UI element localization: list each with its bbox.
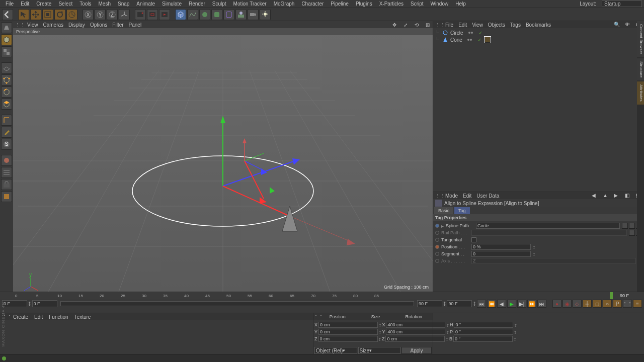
viewport-nav1-icon[interactable]: ✥	[391, 22, 397, 28]
rail-path-field[interactable]	[471, 230, 627, 236]
attr-new-icon[interactable]: ◧	[625, 193, 631, 199]
menu-motiontracker[interactable]: Motion Tracker	[230, 1, 270, 7]
goto-end-button[interactable]: ⏭	[537, 300, 546, 308]
generator-button[interactable]	[199, 9, 210, 20]
point-level-button[interactable]: ⋮⋮	[623, 300, 632, 308]
link-target-icon[interactable]	[622, 223, 628, 229]
modeling-generator-button[interactable]	[211, 9, 222, 20]
tree-expander-icon[interactable]: └	[435, 30, 440, 36]
tree-expander-icon[interactable]: └	[435, 37, 440, 43]
viewport-grip-icon[interactable]: ⋮⋮	[15, 22, 22, 28]
viewport-menu-panel[interactable]: Panel	[129, 22, 142, 28]
goto-start-button[interactable]: ⏮	[477, 300, 486, 308]
pos-x-field[interactable]	[318, 322, 378, 328]
model-mode-button[interactable]	[1, 34, 12, 45]
visibility-dots[interactable]	[468, 30, 475, 35]
menu-mesh[interactable]: Mesh	[95, 1, 114, 7]
viewport-menu-view[interactable]: View	[27, 22, 38, 28]
obj-menu-objects[interactable]: Objects	[488, 22, 505, 28]
apply-button[interactable]: Apply	[401, 347, 432, 354]
param-bullet-icon[interactable]	[435, 238, 439, 242]
time-ruler[interactable]: 0 5 10 15 20 25 30 35 40 45 50 55 60 65 …	[0, 292, 644, 299]
viewport-menu-options[interactable]: Options	[90, 22, 107, 28]
scale-key-button[interactable]: ◻	[593, 300, 602, 308]
menu-snap[interactable]: Snap	[114, 1, 133, 7]
render-region-button[interactable]	[147, 9, 158, 20]
menu-tools[interactable]: Tools	[76, 1, 95, 7]
attr-menu-mode[interactable]: Mode	[445, 193, 458, 199]
spline-path-field[interactable]	[476, 223, 620, 229]
param-bullet-icon[interactable]	[435, 224, 439, 228]
link-arrow-icon[interactable]: ▸	[441, 223, 444, 229]
obj-menu-bookmarks[interactable]: Bookmarks	[526, 22, 551, 28]
param-bullet-icon[interactable]	[435, 252, 439, 256]
time-marker[interactable]	[610, 292, 613, 299]
deformer-button[interactable]	[223, 9, 234, 20]
mat-menu-create[interactable]: Create	[13, 314, 28, 320]
menu-character[interactable]: Character	[298, 1, 327, 7]
render-pv-button[interactable]	[159, 9, 170, 20]
live-select-tool[interactable]	[18, 9, 29, 20]
axis-y-toggle[interactable]: Y	[95, 9, 106, 20]
snap-toggle-button[interactable]: S	[1, 139, 12, 150]
side-tab-content[interactable]: Content Browser	[637, 21, 644, 57]
viewport-nav3-icon[interactable]: ⟲	[414, 22, 420, 28]
end-frame-field[interactable]	[447, 300, 472, 307]
attr-menu-edit[interactable]: Edit	[463, 193, 471, 199]
viewport-menu-display[interactable]: Display	[68, 22, 85, 28]
point-mode-button[interactable]	[1, 74, 12, 85]
pos-y-field[interactable]	[318, 329, 378, 335]
obj-search-icon[interactable]: 🔍	[614, 22, 620, 28]
align-spline-tag-icon[interactable]	[485, 37, 491, 43]
obj-eye-icon[interactable]: 👁	[625, 22, 631, 28]
coord-grip-icon[interactable]: ⋮⋮	[313, 314, 318, 320]
menu-select[interactable]: Select	[55, 1, 76, 7]
light-button[interactable]	[260, 9, 271, 20]
spline-primitive-button[interactable]	[187, 9, 198, 20]
next-key-button[interactable]: ⏩	[527, 300, 536, 308]
axis-select[interactable]: Z	[471, 258, 636, 264]
menu-edit[interactable]: Edit	[17, 1, 33, 7]
viewport-nav4-icon[interactable]: ⊞	[425, 22, 431, 28]
menu-script[interactable]: Script	[407, 1, 427, 7]
menu-simulate[interactable]: Simulate	[158, 1, 185, 7]
menu-help[interactable]: Help	[452, 1, 469, 7]
mat-menu-texture[interactable]: Texture	[74, 314, 91, 320]
menu-render[interactable]: Render	[185, 1, 209, 7]
autokey-button[interactable]: ◉	[562, 300, 572, 308]
start-frame-field[interactable]	[2, 300, 27, 307]
param-bullet-icon[interactable]	[435, 259, 439, 263]
rotate-tool[interactable]	[54, 9, 65, 20]
obj-menu-view[interactable]: View	[472, 22, 483, 28]
material-body[interactable]	[0, 320, 313, 354]
pos-key-button[interactable]: ┼	[583, 300, 592, 308]
param-bullet-icon[interactable]	[435, 231, 439, 235]
tab-basic[interactable]: Basic	[434, 207, 453, 214]
coord-system-toggle[interactable]	[119, 9, 130, 20]
viewport-menu-cameras[interactable]: Cameras	[43, 22, 64, 28]
tweak-button[interactable]	[1, 155, 12, 166]
coord-size-mode-select[interactable]: Size ▾	[358, 347, 401, 354]
scale-tool[interactable]	[42, 9, 53, 20]
param-bullet-icon[interactable]	[435, 245, 439, 249]
pos-z-field[interactable]	[318, 336, 378, 342]
enable-check-icon[interactable]: ✓	[478, 30, 482, 36]
spinner-icon[interactable]: ‡	[533, 245, 537, 249]
menu-animate[interactable]: Animate	[133, 1, 158, 7]
prev-frame-button[interactable]: ◀	[497, 300, 506, 308]
recent-tool[interactable]	[66, 9, 77, 20]
cube-primitive-button[interactable]	[175, 9, 186, 20]
viewport-solo-button[interactable]	[1, 167, 12, 178]
paint-tool-button[interactable]	[1, 127, 12, 138]
texture-mode-button[interactable]	[1, 46, 12, 57]
menu-window[interactable]: Window	[427, 1, 452, 7]
cur-end-field[interactable]	[417, 300, 442, 307]
workplane-button[interactable]	[1, 62, 12, 73]
attr-menu-userdata[interactable]: User Data	[476, 193, 499, 199]
next-frame-button[interactable]: ▶|	[517, 300, 526, 308]
attr-nav-fwd-icon[interactable]: ▶	[614, 193, 620, 199]
mat-menu-function[interactable]: Function	[49, 314, 68, 320]
obj-menu-file[interactable]: File	[445, 22, 453, 28]
obj-grip-icon[interactable]: ⋮⋮	[435, 22, 440, 28]
spinner-icon[interactable]: ‡	[533, 252, 537, 256]
